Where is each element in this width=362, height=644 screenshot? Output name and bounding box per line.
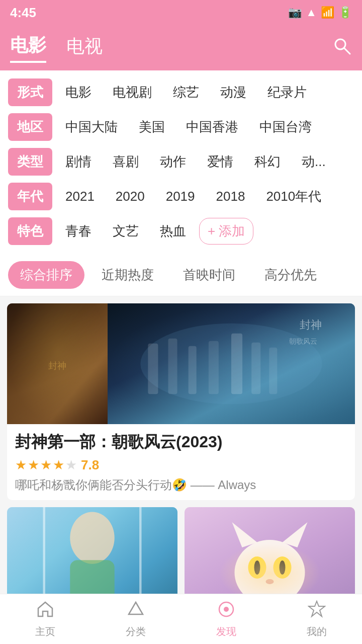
svg-text:封神: 封神	[300, 318, 322, 331]
profile-icon	[308, 600, 326, 623]
stars-fengsheng: ★ ★ ★ ★ ★	[15, 457, 77, 473]
status-time: 4:45	[10, 5, 36, 21]
add-feature-button[interactable]: + 添加	[199, 218, 253, 245]
svg-point-5	[140, 324, 322, 405]
tab-movie[interactable]: 电影	[10, 33, 46, 63]
svg-rect-8	[189, 346, 197, 394]
nav-item-category[interactable]: 分类	[126, 600, 146, 638]
svg-rect-7	[168, 339, 177, 394]
filter-row-feature: 特色 青春 文艺 热血 + 添加	[8, 217, 354, 245]
photo-icon: 📷	[288, 6, 302, 19]
svg-rect-11	[251, 343, 260, 394]
filter-area: 形式 电影 电视剧 综艺 动漫 纪录片 地区 中国大陆 美国 中国香港 中国台湾…	[0, 70, 362, 256]
discover-icon	[217, 600, 235, 623]
filter-row-format: 形式 电影 电视剧 综艺 动漫 纪录片	[8, 78, 354, 106]
svg-point-16	[70, 512, 114, 564]
svg-point-31	[266, 579, 274, 584]
signal-icon: 📶	[321, 6, 334, 19]
filter-tag-2018[interactable]: 2018	[208, 185, 253, 208]
filter-tag-documentary[interactable]: 纪录片	[259, 79, 315, 105]
filter-tag-more-genre[interactable]: 动...	[294, 149, 334, 175]
svg-point-29	[254, 560, 260, 575]
sort-tab-recent[interactable]: 近期热度	[89, 261, 166, 289]
svg-point-33	[224, 607, 229, 612]
movie-rating-fengsheng: ★ ★ ★ ★ ★ 7.8	[15, 457, 347, 473]
filter-label-genre: 类型	[8, 148, 52, 176]
star-1: ★	[15, 457, 27, 473]
filter-tag-usa[interactable]: 美国	[131, 114, 173, 140]
filter-tag-tw[interactable]: 中国台湾	[251, 114, 320, 140]
battery-icon: 🔋	[338, 6, 352, 19]
filter-tag-art[interactable]: 文艺	[105, 218, 147, 244]
filter-row-genre: 类型 剧情 喜剧 动作 爱情 科幻 动...	[8, 148, 354, 176]
nav-label-home: 主页	[35, 625, 55, 638]
search-button[interactable]	[332, 36, 352, 60]
svg-point-30	[280, 560, 286, 575]
movie-poster-small-fengsheng: 封神	[7, 303, 108, 424]
svg-point-27	[248, 556, 266, 579]
filter-tag-comedy[interactable]: 喜剧	[105, 149, 147, 175]
nav-label-profile: 我的	[307, 625, 327, 638]
filter-row-year: 年代 2021 2020 2019 2018 2010年代	[8, 183, 354, 210]
nav-label-discover: 发现	[216, 625, 236, 638]
tab-tv[interactable]: 电视	[66, 34, 103, 62]
filter-row-region: 地区 中国大陆 美国 中国香港 中国台湾	[8, 113, 354, 141]
filter-tag-anime[interactable]: 动漫	[212, 79, 254, 105]
filter-tag-2019[interactable]: 2019	[158, 185, 203, 208]
filter-label-year: 年代	[8, 183, 52, 210]
filter-label-region: 地区	[8, 113, 52, 141]
home-icon	[36, 600, 54, 623]
status-bar: 4:45 📷 ▲ 📶 🔋	[0, 0, 362, 25]
filter-label-feature: 特色	[8, 217, 52, 245]
svg-marker-34	[309, 601, 325, 616]
filter-tag-scifi[interactable]: 科幻	[246, 149, 289, 175]
filter-tag-action[interactable]: 动作	[152, 149, 194, 175]
star-4: ★	[53, 457, 64, 473]
movie-poster-wide-fengsheng: 封神 朝歌风云	[108, 303, 355, 424]
sort-tab-comprehensive[interactable]: 综合排序	[8, 261, 84, 289]
sort-tab-premiere[interactable]: 首映时间	[171, 261, 247, 289]
star-2: ★	[28, 457, 39, 473]
filter-tag-2010s[interactable]: 2010年代	[258, 184, 329, 209]
filter-tag-romance[interactable]: 爱情	[199, 149, 241, 175]
movie-title-fengsheng: 封神第一部：朝歌风云(2023)	[15, 431, 347, 453]
category-icon	[127, 600, 145, 623]
sort-tab-highscore[interactable]: 高分优先	[252, 261, 329, 289]
filter-tag-youth[interactable]: 青春	[57, 218, 100, 244]
filter-tag-variety[interactable]: 综艺	[165, 79, 207, 105]
status-icons: 📷 ▲ 📶 🔋	[288, 6, 352, 19]
filter-tag-tv-drama[interactable]: 电视剧	[105, 79, 160, 105]
content-area: 封神	[0, 296, 362, 644]
nav-item-home[interactable]: 主页	[35, 600, 55, 638]
filter-label-format: 形式	[8, 78, 52, 106]
filter-tag-hk[interactable]: 中国香港	[178, 114, 246, 140]
movie-images-fengsheng: 封神	[7, 303, 355, 424]
svg-rect-12	[269, 348, 277, 394]
nav-label-category: 分类	[126, 625, 146, 638]
movie-card-fengsheng[interactable]: 封神	[7, 303, 355, 500]
bottom-nav: 主页 分类 发现 我的	[0, 594, 362, 644]
svg-rect-4	[108, 303, 355, 424]
filter-tag-2021[interactable]: 2021	[57, 185, 103, 208]
header-tabs: 电影 电视	[10, 33, 103, 63]
svg-text:封神: 封神	[48, 361, 66, 371]
nav-item-discover[interactable]: 发现	[216, 600, 236, 638]
sort-tabs: 综合排序 近期热度 首映时间 高分优先	[0, 256, 362, 296]
header: 电影 电视	[0, 25, 362, 70]
filter-tag-2020[interactable]: 2020	[108, 185, 153, 208]
filter-tag-drama[interactable]: 剧情	[57, 149, 100, 175]
rating-number-fengsheng: 7.8	[81, 457, 99, 473]
svg-rect-10	[231, 334, 242, 394]
wifi-icon: ▲	[306, 6, 317, 19]
filter-tag-hot-blood[interactable]: 热血	[152, 218, 194, 244]
filter-tag-movie[interactable]: 电影	[57, 79, 100, 105]
svg-point-28	[274, 556, 292, 579]
movie-info-fengsheng: 封神第一部：朝歌风云(2023) ★ ★ ★ ★ ★ 7.8 哪吒和杨戬你俩能否…	[7, 424, 355, 500]
movie-comment-fengsheng: 哪吒和杨戬你俩能否分头行动🤣 —— Always	[15, 477, 347, 493]
svg-line-1	[344, 48, 350, 54]
star-5: ★	[65, 457, 77, 473]
nav-item-profile[interactable]: 我的	[307, 600, 327, 638]
svg-rect-2	[7, 303, 108, 424]
filter-tag-mainland[interactable]: 中国大陆	[57, 114, 126, 140]
svg-text:朝歌风云: 朝歌风云	[289, 337, 317, 345]
